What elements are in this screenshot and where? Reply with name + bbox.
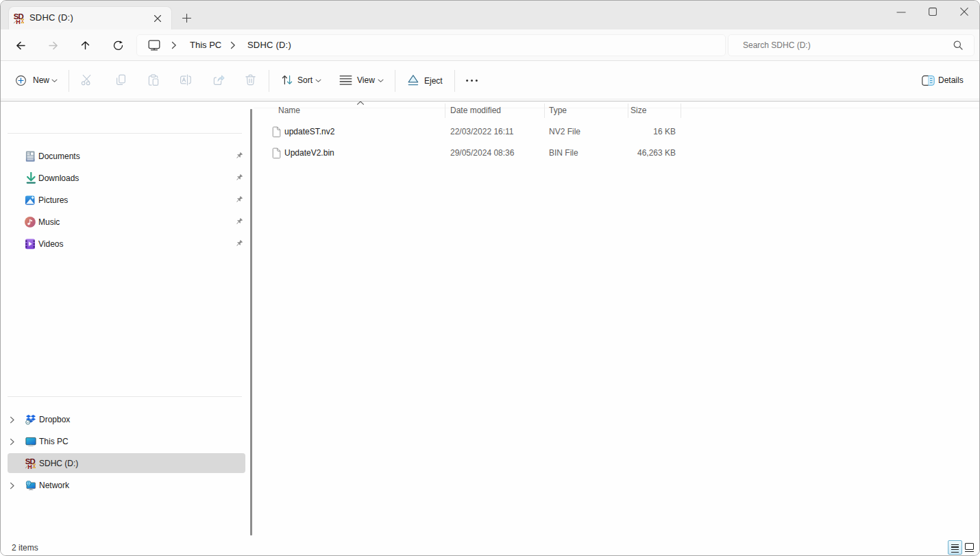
svg-text:H: H: [27, 463, 32, 468]
svg-text:H: H: [16, 19, 21, 24]
